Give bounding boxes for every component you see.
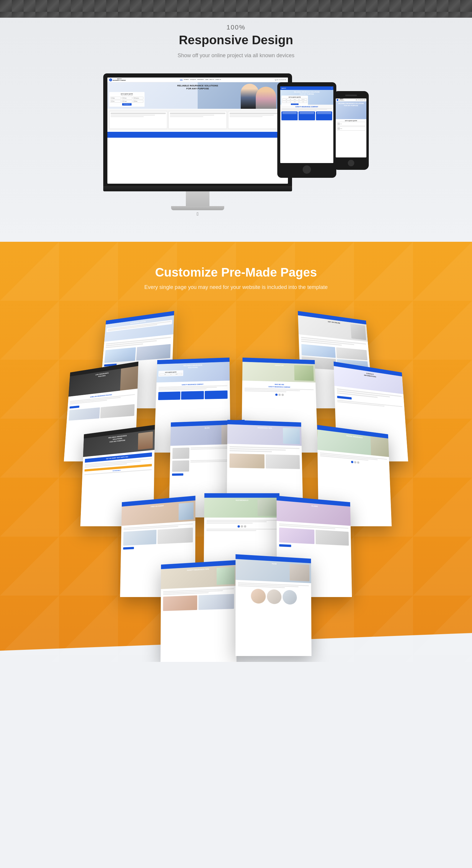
website-nav-logo: S SAFETYINSURANCE COMPANY bbox=[109, 79, 126, 82]
quote-grid: Auto Home Business Life Travel More bbox=[110, 97, 143, 102]
tablet-screen: SAFETY ☰ RELIABLE INSURANCE SOLUTIONSFOR… bbox=[280, 86, 333, 163]
pages-grid: INSURANCE QUOTE bbox=[59, 308, 413, 632]
imac-apple-logo:  bbox=[103, 211, 292, 217]
tablet-home-button bbox=[303, 165, 311, 174]
section2-description: Every single page you may need for your … bbox=[6, 284, 466, 290]
tablet-mockup: SAFETY ☰ RELIABLE INSURANCE SOLUTIONSFOR… bbox=[277, 82, 336, 178]
website-nav-links: HOME INSURANCE GET A QUOTE FIND AN AGENT… bbox=[180, 79, 221, 81]
section1-subtitle: 100% bbox=[6, 24, 466, 31]
website-nav-phone: 📞 CALL US (123) 456 7890 bbox=[275, 79, 286, 81]
imac-screen-inner: S SAFETYINSURANCE COMPANY HOME INSURANCE… bbox=[107, 78, 288, 184]
page-card-14: SAFETY INSURANCE TIPS bbox=[160, 560, 237, 662]
imac-mockup: S SAFETYINSURANCE COMPANY HOME INSURANCE… bbox=[103, 73, 292, 217]
quote-box-sub: Select a product to get a quote bbox=[110, 95, 143, 96]
phone-outer: SAFETYINSURANCE CALL US (123) 456 7890 R… bbox=[333, 91, 369, 170]
imac-website-content: S SAFETYINSURANCE COMPANY HOME INSURANCE… bbox=[107, 78, 288, 184]
imac-stand-top bbox=[103, 186, 292, 191]
page-card-15: TEAM bbox=[235, 554, 312, 656]
website-hero: RELIABLE INSURANCE SOLUTIONSFOR ANY PURP… bbox=[107, 82, 288, 109]
website-nav: S SAFETYINSURANCE COMPANY HOME INSURANCE… bbox=[107, 78, 288, 82]
devices-container: S SAFETYINSURANCE COMPANY HOME INSURANCE… bbox=[103, 73, 369, 221]
find-agent-btn: FIND AN AGENT bbox=[122, 103, 132, 105]
imac-screen-outer: S SAFETYINSURANCE COMPANY HOME INSURANCE… bbox=[103, 73, 292, 186]
imac-stand-neck bbox=[186, 191, 209, 206]
section-responsive: 100% Responsive Design Show off your onl… bbox=[0, 0, 472, 242]
brand-text: SAFETYINSURANCE COMPANY bbox=[113, 79, 126, 81]
phone-home-button bbox=[348, 160, 354, 166]
section2-title: Customize Pre-Made Pages bbox=[6, 266, 466, 280]
phone-mockup: SAFETYINSURANCE CALL US (123) 456 7890 R… bbox=[333, 91, 369, 170]
brand-shield-icon: S bbox=[109, 79, 112, 82]
imac-stand-base bbox=[171, 206, 224, 210]
tablet-outer: SAFETY ☰ RELIABLE INSURANCE SOLUTIONSFOR… bbox=[277, 82, 336, 178]
phone-screen: SAFETYINSURANCE CALL US (123) 456 7890 R… bbox=[336, 98, 366, 157]
section-pages: Customize Pre-Made Pages Every single pa… bbox=[0, 242, 472, 662]
phone-speaker bbox=[345, 95, 357, 96]
section1-description: Show off your online project via all kno… bbox=[6, 53, 466, 59]
section1-title: Responsive Design bbox=[6, 33, 466, 47]
quote-box: GET A QUICK QUOTE Select a product to ge… bbox=[109, 92, 145, 107]
